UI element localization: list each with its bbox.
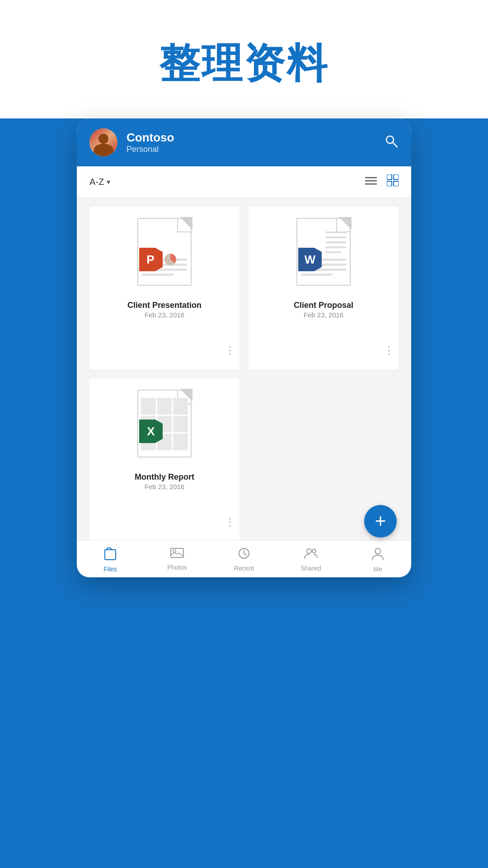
svg-line-14 (244, 553, 246, 555)
chevron-down-icon: ▾ (107, 178, 110, 186)
file-name-word: Client Proposal (249, 297, 399, 311)
sort-label: A-Z (89, 177, 104, 187)
file-card-word[interactable]: W Client Proposal Feb (249, 207, 399, 369)
search-button[interactable] (384, 134, 399, 151)
nav-label-recent: Recent (234, 565, 254, 572)
fab-add-button[interactable]: + (364, 505, 397, 538)
list-view-button[interactable] (365, 175, 377, 188)
nav-item-photos[interactable]: Photos (144, 547, 211, 573)
nav-item-recent[interactable]: Recent (211, 547, 277, 573)
app-header: Contoso Personal (77, 118, 411, 166)
file-date-word: Feb 23, 2016 (249, 311, 399, 319)
file-grid: P Client Presentation Feb 23, 2016 ⋮ (77, 198, 411, 577)
account-type: Personal (127, 145, 384, 154)
files-icon (104, 547, 117, 564)
bottom-nav: Files Photos (77, 540, 411, 577)
svg-rect-6 (394, 175, 399, 179)
file-more-ppt[interactable]: ⋮ (225, 345, 235, 356)
svg-line-1 (393, 142, 397, 147)
file-more-excel[interactable]: ⋮ (225, 517, 235, 528)
svg-point-15 (307, 549, 311, 553)
nav-label-files: Files (103, 566, 117, 573)
me-icon (371, 547, 384, 564)
toolbar: A-Z ▾ (77, 166, 411, 198)
svg-rect-9 (105, 550, 116, 560)
svg-point-16 (312, 549, 316, 553)
svg-rect-8 (394, 181, 399, 186)
grid-view-button[interactable] (387, 175, 399, 189)
shared-icon (304, 547, 318, 563)
fab-icon: + (375, 512, 386, 531)
account-name: Contoso (127, 131, 384, 145)
file-name-excel: Monthly Report (89, 469, 239, 483)
nav-label-photos: Photos (167, 564, 187, 571)
file-name-ppt: Client Presentation (89, 297, 239, 311)
header-text: Contoso Personal (127, 131, 384, 154)
photos-icon (170, 547, 184, 562)
svg-rect-10 (171, 548, 183, 557)
file-date-excel: Feb 23, 2016 (89, 483, 239, 491)
nav-item-files[interactable]: Files (77, 547, 144, 573)
file-more-word[interactable]: ⋮ (384, 345, 394, 356)
file-date-ppt: Feb 23, 2016 (89, 311, 239, 319)
nav-label-me: Me (373, 566, 382, 573)
avatar (89, 128, 117, 156)
svg-rect-7 (387, 181, 392, 186)
file-card-ppt[interactable]: P Client Presentation Feb 23, 2016 ⋮ (89, 207, 239, 369)
file-card-excel[interactable]: X Monthly Report Feb 23, 2016 ⋮ (89, 378, 239, 541)
recent-icon (238, 547, 250, 563)
page-title: 整理资料 (159, 36, 329, 91)
svg-rect-5 (387, 175, 392, 179)
phone-card: Contoso Personal A-Z ▾ (77, 118, 411, 577)
nav-item-me[interactable]: Me (344, 547, 411, 573)
nav-label-shared: Shared (300, 565, 321, 572)
sort-button[interactable]: A-Z ▾ (89, 177, 110, 187)
nav-item-shared[interactable]: Shared (277, 547, 344, 573)
svg-point-17 (375, 548, 380, 554)
